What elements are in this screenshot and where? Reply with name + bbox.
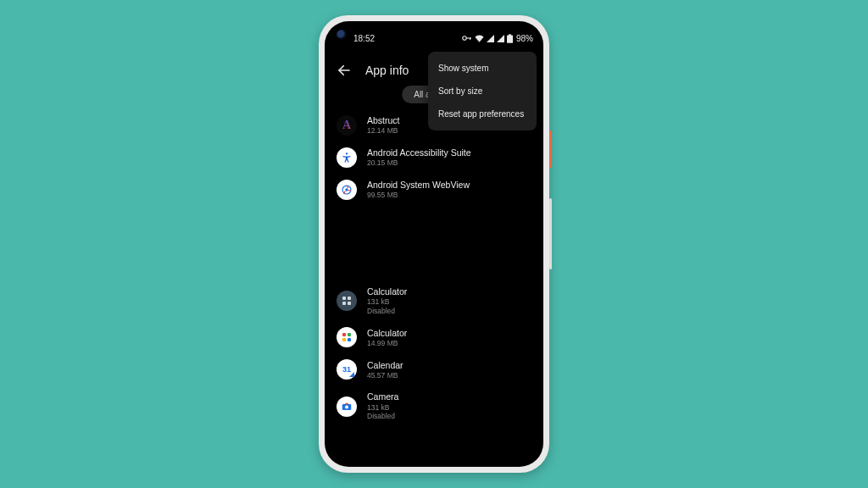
app-icon-calculator-2 <box>337 327 357 347</box>
app-icon-accessibility <box>337 147 357 168</box>
power-button <box>549 130 552 168</box>
page-title: App info <box>365 64 409 77</box>
app-icon-calendar: 31 <box>337 359 357 380</box>
svg-rect-4 <box>509 34 511 36</box>
app-row-calendar[interactable]: 31 Calendar 45.57 MB <box>325 353 543 385</box>
app-name: Calculator <box>367 328 407 339</box>
svg-point-8 <box>345 188 348 191</box>
app-list[interactable]: A Abstruct 12.14 MB Android Accessibilit… <box>325 109 543 467</box>
status-icons: 98% <box>462 34 533 43</box>
svg-point-10 <box>345 405 348 408</box>
overflow-menu: Show system Sort by size Reset app prefe… <box>428 52 537 130</box>
menu-item-reset-prefs[interactable]: Reset app preferences <box>428 103 537 125</box>
app-name: Android System WebView <box>367 180 470 191</box>
app-icon-camera <box>337 396 357 417</box>
wifi-icon <box>475 35 484 42</box>
svg-rect-11 <box>345 402 348 404</box>
app-size: 14.99 MB <box>367 339 407 348</box>
app-size: 99.55 MB <box>367 191 470 200</box>
app-size: 131 kB <box>367 297 407 307</box>
app-row-camera[interactable]: Camera 131 kB Disabled <box>325 385 543 426</box>
app-status: Disabled <box>367 307 407 316</box>
app-status: Disabled <box>367 412 398 421</box>
screen: 18:52 98% App info All apps Show syst <box>325 21 543 467</box>
svg-point-6 <box>346 152 348 154</box>
volume-button <box>549 198 552 269</box>
app-row-accessibility[interactable]: Android Accessibility Suite 20.15 MB <box>325 141 543 174</box>
battery-percent: 98% <box>516 34 533 43</box>
status-time: 18:52 <box>353 34 375 43</box>
signal-icon-2 <box>497 35 504 42</box>
app-name: Abstruct <box>367 115 400 126</box>
app-size: 12.14 MB <box>367 126 400 136</box>
vpn-key-icon <box>462 35 472 42</box>
svg-rect-3 <box>507 35 513 42</box>
list-gap <box>325 206 543 280</box>
app-row-calculator-disabled[interactable]: Calculator 131 kB Disabled <box>325 280 543 321</box>
app-name: Calculator <box>367 286 407 297</box>
svg-point-0 <box>463 36 467 41</box>
app-name: Camera <box>367 391 398 402</box>
arrow-left-icon <box>337 63 352 78</box>
app-size: 45.57 MB <box>367 371 403 380</box>
menu-item-show-system[interactable]: Show system <box>428 57 537 80</box>
app-icon-calculator <box>337 291 357 311</box>
back-button[interactable] <box>335 61 353 80</box>
status-bar: 18:52 98% <box>325 21 543 48</box>
app-row-webview[interactable]: Android System WebView 99.55 MB <box>325 174 543 206</box>
app-icon-webview <box>337 180 357 200</box>
battery-icon <box>507 34 513 43</box>
app-size: 131 kB <box>367 403 398 413</box>
menu-item-sort-by-size[interactable]: Sort by size <box>428 80 537 103</box>
app-row-calculator[interactable]: Calculator 14.99 MB <box>325 321 543 353</box>
phone-shell: 18:52 98% App info All apps Show syst <box>319 15 549 473</box>
app-name: Calendar <box>367 360 403 371</box>
signal-icon <box>487 35 494 42</box>
app-name: Android Accessibility Suite <box>367 147 471 158</box>
svg-rect-2 <box>470 38 470 41</box>
app-size: 20.15 MB <box>367 158 471 168</box>
app-icon-abstruct: A <box>337 115 357 136</box>
